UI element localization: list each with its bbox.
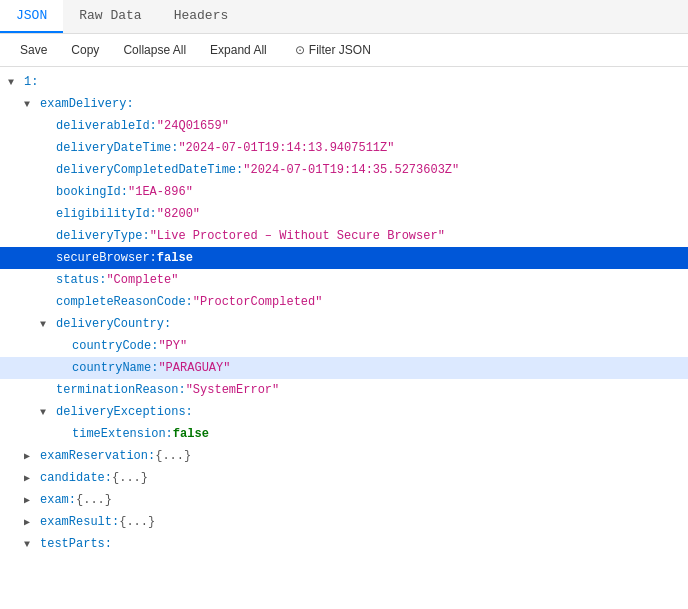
tab-json[interactable]: JSON xyxy=(0,0,63,33)
json-row[interactable]: ▼examDelivery: xyxy=(0,93,688,115)
filter-icon: ⊙ xyxy=(295,43,305,57)
json-row[interactable]: countryName: "PARAGUAY" xyxy=(0,357,688,379)
toggle-icon[interactable]: ▶ xyxy=(24,448,38,465)
filter-json-button[interactable]: ⊙ Filter JSON xyxy=(285,40,381,60)
tab-raw-data[interactable]: Raw Data xyxy=(63,0,157,33)
json-row[interactable]: deliveryType: "Live Proctored – Without … xyxy=(0,225,688,247)
json-row[interactable]: terminationReason: "SystemError" xyxy=(0,379,688,401)
json-row[interactable]: ▼deliveryExceptions: xyxy=(0,401,688,423)
json-key: countryCode: xyxy=(72,336,158,356)
filter-label: Filter JSON xyxy=(309,43,371,57)
json-value: "PARAGUAY" xyxy=(158,358,230,378)
json-row[interactable]: ▼testParts: xyxy=(0,533,688,555)
json-value: "1EA-896" xyxy=(128,182,193,202)
save-button[interactable]: Save xyxy=(10,40,57,60)
toggle-icon[interactable]: ▼ xyxy=(8,74,22,91)
json-key: deliveryCompletedDateTime: xyxy=(56,160,243,180)
json-row[interactable]: ▶candidate: {...} xyxy=(0,467,688,489)
json-value: {...} xyxy=(155,446,191,466)
json-key: status: xyxy=(56,270,106,290)
tab-bar: JSON Raw Data Headers xyxy=(0,0,688,34)
json-value: "PY" xyxy=(158,336,187,356)
json-row[interactable]: eligibilityId: "8200" xyxy=(0,203,688,225)
json-key: timeExtension: xyxy=(72,424,173,444)
toggle-icon[interactable]: ▼ xyxy=(40,316,54,333)
json-value: "Complete" xyxy=(106,270,178,290)
json-key: deliveryExceptions: xyxy=(56,402,193,422)
json-value: {...} xyxy=(112,468,148,488)
json-value: "SystemError" xyxy=(186,380,280,400)
json-key: testParts: xyxy=(40,534,112,554)
expand-all-button[interactable]: Expand All xyxy=(200,40,277,60)
toggle-icon[interactable]: ▶ xyxy=(24,492,38,509)
json-row[interactable]: status: "Complete" xyxy=(0,269,688,291)
toggle-icon[interactable]: ▼ xyxy=(40,404,54,421)
json-key: countryName: xyxy=(72,358,158,378)
json-row[interactable]: deliveryDateTime: "2024-07-01T19:14:13.9… xyxy=(0,137,688,159)
json-key: deliveryType: xyxy=(56,226,150,246)
json-value: {...} xyxy=(76,490,112,510)
json-key: 1: xyxy=(24,72,38,92)
json-value: "Live Proctored – Without Secure Browser… xyxy=(150,226,445,246)
json-row[interactable]: deliveryCompletedDateTime: "2024-07-01T1… xyxy=(0,159,688,181)
json-value: {...} xyxy=(119,512,155,532)
toolbar: Save Copy Collapse All Expand All ⊙ Filt… xyxy=(0,34,688,67)
json-row[interactable]: bookingId: "1EA-896" xyxy=(0,181,688,203)
json-row[interactable]: deliverableId: "24Q01659" xyxy=(0,115,688,137)
json-key: candidate: xyxy=(40,468,112,488)
json-key: exam: xyxy=(40,490,76,510)
json-value: "2024-07-01T19:14:35.5273603Z" xyxy=(243,160,459,180)
json-value: false xyxy=(157,248,193,268)
toggle-icon[interactable]: ▼ xyxy=(24,536,38,553)
toggle-icon[interactable]: ▶ xyxy=(24,470,38,487)
json-key: terminationReason: xyxy=(56,380,186,400)
json-value: "ProctorCompleted" xyxy=(193,292,323,312)
json-row[interactable]: ▼deliveryCountry: xyxy=(0,313,688,335)
json-row[interactable]: ▶examReservation: {...} xyxy=(0,445,688,467)
json-row[interactable]: completeReasonCode: "ProctorCompleted" xyxy=(0,291,688,313)
json-value: "8200" xyxy=(157,204,200,224)
json-row[interactable]: countryCode: "PY" xyxy=(0,335,688,357)
json-key: eligibilityId: xyxy=(56,204,157,224)
json-key: secureBrowser: xyxy=(56,248,157,268)
json-key: completeReasonCode: xyxy=(56,292,193,312)
json-key: examResult: xyxy=(40,512,119,532)
copy-button[interactable]: Copy xyxy=(61,40,109,60)
json-key: bookingId: xyxy=(56,182,128,202)
json-row[interactable]: ▼1: xyxy=(0,71,688,93)
json-key: examDelivery: xyxy=(40,94,134,114)
collapse-all-button[interactable]: Collapse All xyxy=(113,40,196,60)
json-row[interactable]: timeExtension: false xyxy=(0,423,688,445)
json-row[interactable]: secureBrowser: false xyxy=(0,247,688,269)
json-value: "2024-07-01T19:14:13.9407511Z" xyxy=(178,138,394,158)
json-row[interactable]: ▶examResult: {...} xyxy=(0,511,688,533)
json-key: deliveryCountry: xyxy=(56,314,171,334)
json-row[interactable]: ▶exam: {...} xyxy=(0,489,688,511)
json-viewer: ▼1: ▼examDelivery: deliverableId: "24Q01… xyxy=(0,67,688,559)
json-value: "24Q01659" xyxy=(157,116,229,136)
tab-headers[interactable]: Headers xyxy=(158,0,245,33)
json-key: examReservation: xyxy=(40,446,155,466)
toggle-icon[interactable]: ▶ xyxy=(24,514,38,531)
json-value: false xyxy=(173,424,209,444)
toggle-icon[interactable]: ▼ xyxy=(24,96,38,113)
json-key: deliveryDateTime: xyxy=(56,138,178,158)
json-key: deliverableId: xyxy=(56,116,157,136)
